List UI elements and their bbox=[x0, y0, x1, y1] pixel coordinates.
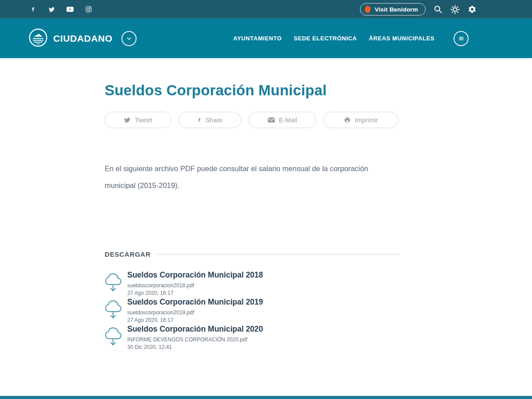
footer-bar bbox=[0, 396, 532, 399]
download-item: Sueldos Corporación Municipal 2019 sueld… bbox=[105, 297, 399, 323]
chevron-down-icon bbox=[125, 35, 133, 42]
download-link[interactable]: Sueldos Corporación Municipal 2020 bbox=[127, 325, 263, 334]
tweet-button[interactable]: Tweet bbox=[105, 112, 171, 128]
print-button[interactable]: Imprimir bbox=[324, 112, 399, 128]
tweet-label: Tweet bbox=[135, 117, 152, 124]
facebook-icon[interactable] bbox=[29, 6, 36, 13]
main-nav: AYUNTAMIENTO SEDE ELECTRÓNICA ÁREAS MUNI… bbox=[233, 31, 469, 46]
cloud-download-icon[interactable] bbox=[105, 299, 121, 323]
benidorm-island-logo-icon bbox=[28, 28, 48, 49]
contrast-sun-icon[interactable] bbox=[450, 5, 460, 14]
envelope-icon bbox=[268, 117, 275, 123]
download-filename: INFORME DEVENGOS CORPORACIÓN 2020.pdf bbox=[127, 336, 263, 343]
brand-name: CIUDADANO bbox=[53, 33, 113, 44]
cloud-download-icon[interactable] bbox=[105, 326, 121, 350]
twitter-icon bbox=[124, 117, 131, 123]
visit-benidorm-logo-icon bbox=[365, 6, 371, 13]
cloud-download-icon[interactable] bbox=[105, 272, 121, 296]
brand-dropdown-button[interactable] bbox=[121, 31, 137, 46]
social-links bbox=[29, 6, 92, 13]
download-item-text: Sueldos Corporación Municipal 2020 INFOR… bbox=[127, 325, 263, 350]
download-filename: sueldoscorporacion2018.pdf bbox=[127, 282, 263, 289]
nav-item-areas-municipales[interactable]: ÁREAS MUNICIPALES bbox=[369, 35, 434, 42]
download-link[interactable]: Sueldos Corporación Municipal 2019 bbox=[127, 297, 263, 307]
download-item: Sueldos Corporación Municipal 2020 INFOR… bbox=[105, 325, 399, 350]
download-link[interactable]: Sueldos Corporación Municipal 2018 bbox=[127, 270, 263, 280]
downloads-heading-label: DESCARGAR bbox=[105, 250, 151, 258]
heading-rule bbox=[157, 254, 399, 254]
main-header: CIUDADANO AYUNTAMIENTO SEDE ELECTRÓNICA … bbox=[0, 19, 532, 58]
hamburger-menu-icon bbox=[458, 35, 465, 42]
share-buttons: Tweet Share E-Mail Imprimir bbox=[105, 112, 399, 128]
email-button[interactable]: E-Mail bbox=[249, 112, 316, 128]
nav-item-ayuntamiento[interactable]: AYUNTAMIENTO bbox=[233, 35, 282, 42]
print-label: Imprimir bbox=[355, 117, 378, 124]
article-content: Sueldos Corporación Municipal Tweet Shar… bbox=[105, 82, 399, 350]
search-icon[interactable] bbox=[434, 5, 442, 14]
settings-gear-icon[interactable] bbox=[468, 5, 477, 14]
download-filename: sueldoscorporacion2019.pdf bbox=[127, 309, 263, 316]
top-utility-bar: Visit Benidorm bbox=[0, 0, 532, 19]
youtube-icon[interactable] bbox=[66, 6, 74, 13]
topbar-actions: Visit Benidorm bbox=[360, 3, 477, 16]
download-date: 27 Ago 2020, 16:17 bbox=[127, 317, 263, 323]
downloads-heading: DESCARGAR bbox=[105, 250, 399, 258]
visit-benidorm-button[interactable]: Visit Benidorm bbox=[360, 3, 426, 16]
nav-item-sede-electronica[interactable]: SEDE ELECTRÓNICA bbox=[294, 35, 357, 42]
twitter-icon[interactable] bbox=[48, 6, 55, 13]
download-item-text: Sueldos Corporación Municipal 2019 sueld… bbox=[127, 297, 263, 323]
download-date: 30 Dic 2020, 12:41 bbox=[127, 344, 263, 350]
intro-paragraph: En el siguiente archivo PDF puede consul… bbox=[105, 160, 395, 194]
facebook-share-button[interactable]: Share bbox=[179, 112, 241, 128]
download-item: Sueldos Corporación Municipal 2018 sueld… bbox=[105, 270, 399, 296]
instagram-icon[interactable] bbox=[85, 6, 92, 13]
facebook-icon bbox=[197, 116, 201, 124]
visit-benidorm-label: Visit Benidorm bbox=[375, 6, 418, 13]
download-list: Sueldos Corporación Municipal 2018 sueld… bbox=[105, 270, 399, 350]
printer-icon bbox=[344, 117, 351, 123]
page-title: Sueldos Corporación Municipal bbox=[105, 82, 399, 99]
menu-button[interactable] bbox=[454, 31, 469, 46]
brand-home-link[interactable]: CIUDADANO bbox=[28, 28, 137, 49]
download-item-text: Sueldos Corporación Municipal 2018 sueld… bbox=[127, 270, 263, 296]
email-label: E-Mail bbox=[279, 117, 297, 124]
download-date: 27 Ago 2020, 16:17 bbox=[127, 290, 263, 296]
share-label: Share bbox=[205, 117, 223, 124]
